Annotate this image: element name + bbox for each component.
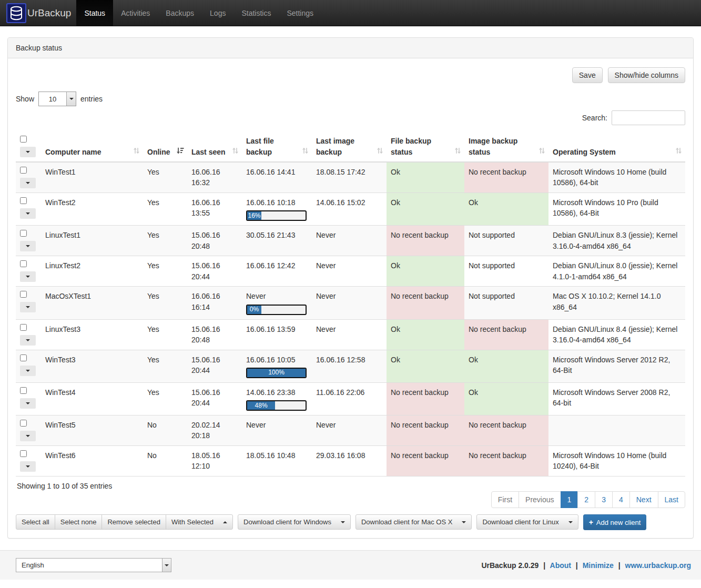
save-button[interactable]: Save — [572, 67, 603, 83]
minimize-link[interactable]: Minimize — [583, 561, 614, 570]
file-backup-progress-bar: 16% — [246, 210, 307, 221]
row-actions-dropdown[interactable] — [20, 178, 36, 188]
sort-icon — [302, 146, 309, 157]
image-backup-status-cell: Ok — [464, 350, 548, 382]
column-header-last-seen[interactable]: Last seen — [187, 131, 242, 162]
caret-down-icon — [26, 245, 30, 247]
page-previous: Previous — [519, 491, 561, 508]
image-backup-status-cell: No recent backup — [464, 446, 548, 477]
entries-per-page-select[interactable]: 10 — [38, 92, 76, 106]
select-all-checkbox[interactable] — [20, 136, 27, 143]
os-cell: Debian GNU/Linux 8.4 (jessie); Kernel 3.… — [548, 319, 685, 350]
top-navbar: UrBackup Status Activities Backups Logs … — [0, 0, 701, 26]
file-backup-status-cell: No recent backup — [387, 226, 464, 256]
last-seen-cell: 16.06.16 13:55 — [187, 193, 242, 226]
row-checkbox[interactable] — [20, 450, 27, 457]
sort-icon — [539, 146, 545, 157]
page-number-2-link[interactable]: 2 — [577, 491, 595, 508]
row-actions-dropdown[interactable] — [20, 241, 36, 251]
row-actions-dropdown[interactable] — [20, 461, 36, 472]
sort-desc-icon — [177, 146, 184, 157]
add-new-client-button[interactable]: + Add new client — [583, 514, 647, 530]
nav-tab-statistics[interactable]: Statistics — [233, 0, 279, 26]
os-cell: Debian GNU/Linux 8.3 (jessie); Kernel 3.… — [548, 226, 685, 256]
page-last-link[interactable]: Last — [658, 491, 685, 508]
row-checkbox[interactable] — [20, 354, 27, 361]
row-checkbox[interactable] — [20, 324, 27, 331]
caret-down-icon — [26, 465, 30, 468]
row-actions-dropdown[interactable] — [20, 271, 36, 282]
row-checkbox[interactable] — [20, 230, 27, 237]
page-number-1-link[interactable]: 1 — [561, 491, 578, 508]
row-checkbox[interactable] — [20, 387, 27, 394]
page-first-link[interactable]: First — [491, 491, 519, 508]
table-row: WinTest1Yes16.06.16 16:3216.06.16 14:411… — [16, 162, 685, 193]
nav-tab-activities[interactable]: Activities — [113, 0, 158, 26]
column-header-computer-name[interactable]: Computer name — [41, 131, 143, 162]
with-selected-dropdown-button[interactable]: With Selected — [166, 514, 233, 530]
show-hide-columns-button[interactable]: Show/hide columns — [608, 67, 685, 83]
os-cell: Debian GNU/Linux 8.0 (jessie); Kernel 4.… — [548, 256, 685, 287]
row-checkbox[interactable] — [20, 291, 27, 298]
last-file-backup-time: 16.06.16 12:42 — [246, 260, 308, 271]
caret-down-icon — [26, 370, 30, 372]
nav-tab-backups[interactable]: Backups — [158, 0, 202, 26]
last-file-backup-time: 14.06.16 23:38 — [246, 387, 308, 398]
computer-name-cell: MacOsXTest1 — [41, 287, 143, 319]
last-seen-cell: 18.05.16 12:10 — [187, 446, 242, 477]
row-actions-dropdown[interactable] — [20, 366, 36, 376]
search-input[interactable] — [612, 110, 685, 125]
row-actions-dropdown[interactable] — [20, 398, 36, 409]
file-backup-status-cell: No recent backup — [387, 415, 464, 446]
column-header-image-backup-status[interactable]: Image backup status — [464, 131, 548, 162]
language-select[interactable]: English — [16, 558, 171, 572]
about-link[interactable]: About — [550, 561, 571, 570]
row-checkbox[interactable] — [20, 420, 27, 427]
language-value: English — [16, 559, 162, 572]
file-backup-status-cell: No recent backup — [387, 287, 464, 319]
last-image-backup-cell: 14.06.16 15:02 — [312, 193, 387, 226]
caret-up-icon — [223, 521, 227, 523]
last-file-backup-time: Never — [246, 291, 308, 301]
page-next-link[interactable]: Next — [629, 491, 658, 508]
download-client-linux-button[interactable]: Download client for Linux — [476, 514, 578, 530]
backup-status-table: Computer name Online Last seen — [16, 131, 685, 477]
last-image-backup-cell: 18.08.15 17:42 — [312, 162, 387, 193]
row-checkbox[interactable] — [20, 197, 27, 204]
row-actions-dropdown[interactable] — [20, 302, 36, 312]
remove-selected-button[interactable]: Remove selected — [101, 514, 166, 530]
nav-tab-settings[interactable]: Settings — [279, 0, 321, 26]
column-header-operating-system[interactable]: Operating System — [548, 131, 685, 162]
file-backup-status-cell: No recent backup — [387, 446, 464, 477]
computer-name-cell: WinTest2 — [41, 193, 143, 226]
row-actions-dropdown[interactable] — [20, 431, 36, 441]
nav-tab-status[interactable]: Status — [76, 0, 113, 26]
row-actions-dropdown[interactable] — [20, 208, 36, 219]
row-actions-dropdown[interactable] — [20, 335, 36, 346]
page-number-4-link[interactable]: 4 — [612, 491, 630, 508]
column-header-last-image-backup[interactable]: Last image backup — [312, 131, 387, 162]
brand[interactable]: UrBackup — [0, 0, 76, 26]
row-select-cell — [16, 162, 41, 193]
online-cell: Yes — [143, 193, 187, 226]
selection-button-group: Select all Select none Remove selected W… — [16, 514, 233, 530]
footer-text: UrBackup 2.0.29 | About | Minimize | www… — [481, 561, 693, 570]
row-checkbox[interactable] — [20, 167, 27, 174]
table-row: WinTest4Yes15.06.16 20:4414.06.16 23:384… — [16, 382, 685, 415]
select-all-button[interactable]: Select all — [16, 514, 55, 530]
download-client-macosx-button[interactable]: Download client for Mac OS X — [355, 514, 472, 530]
header-actions-dropdown[interactable] — [20, 147, 36, 157]
page-number-3-link[interactable]: 3 — [595, 491, 613, 508]
column-header-file-backup-status[interactable]: File backup status — [387, 131, 464, 162]
column-header-online[interactable]: Online — [143, 131, 187, 162]
row-checkbox[interactable] — [20, 260, 27, 267]
file-backup-progress-value: 0% — [247, 306, 261, 314]
page-previous-link[interactable]: Previous — [519, 491, 561, 508]
column-header-last-file-backup[interactable]: Last file backup — [242, 131, 312, 162]
nav-tab-logs[interactable]: Logs — [202, 0, 233, 26]
select-none-button[interactable]: Select none — [55, 514, 103, 530]
urbackup-org-link[interactable]: www.urbackup.org — [625, 561, 692, 570]
os-cell: Microsoft Windows Server 2012 R2, 64-Bit — [548, 350, 685, 382]
download-client-windows-button[interactable]: Download client for Windows — [238, 514, 351, 530]
computer-name-cell: LinuxTest3 — [41, 319, 143, 350]
